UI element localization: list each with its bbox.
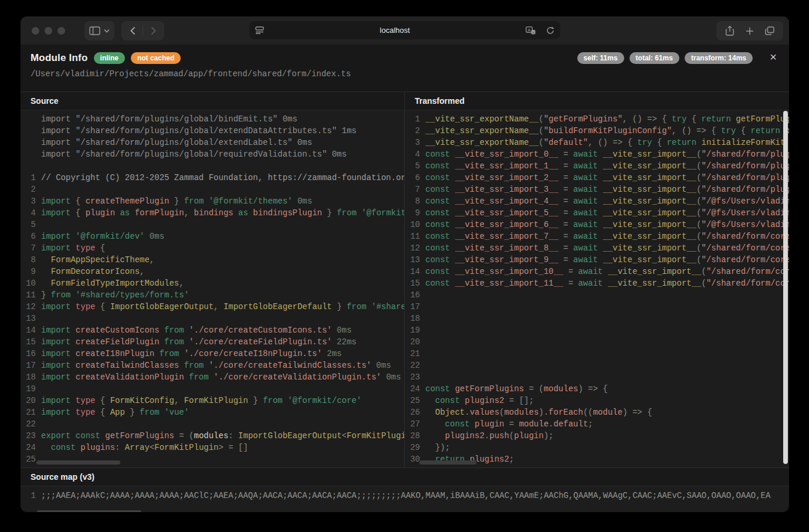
code-line: 19 — [405, 324, 789, 336]
code-line: 8 FormAppSpecificTheme, — [21, 254, 404, 266]
code-line: 22 — [405, 360, 789, 371]
line-number: 5 — [21, 219, 36, 231]
code-line: 8const __vite_ssr_import_4__ = await __v… — [405, 195, 789, 207]
code-line: 27 const plugin = module.default; — [405, 418, 789, 430]
line-number: 10 — [21, 277, 36, 289]
line-number — [21, 148, 36, 160]
address-bar[interactable]: localhost A x — [249, 21, 560, 39]
line-number: 11 — [21, 289, 36, 301]
code-line: 12const __vite_ssr_import_8__ = await __… — [405, 242, 789, 254]
line-number: 18 — [405, 313, 420, 324]
line-number: 3 — [405, 137, 420, 148]
transformed-pane-title: Transformed — [405, 92, 789, 110]
close-icon[interactable]: × — [766, 49, 781, 65]
code-line: 15import createFieldPlugin from './core/… — [21, 336, 404, 348]
line-number: 25 — [21, 453, 36, 465]
code-line: 4const __vite_ssr_import_0__ = await __v… — [405, 148, 789, 160]
code-line: 18 — [405, 313, 789, 324]
traffic-lights — [32, 27, 70, 35]
code-line: 3import { createThemePlugin } from '@for… — [21, 195, 404, 207]
line-number: 6 — [405, 172, 420, 184]
code-line: 1;;;AAEA;AAAkC;AAAA;AAAA;AAAA;AAClC;AAEA… — [21, 490, 789, 501]
back-icon[interactable] — [123, 21, 143, 40]
code-line: 20import type { FormKitConfig, FormKitPl… — [21, 395, 404, 406]
chevron-down-icon[interactable] — [104, 29, 110, 33]
line-number: 21 — [405, 348, 420, 360]
line-number: 5 — [405, 160, 420, 172]
code-line: 12import type { ImportGlobEagerOutput, I… — [21, 301, 404, 313]
translate-icon[interactable]: A x — [520, 26, 540, 35]
code-line: 14const __vite_ssr_import_10__ = await _… — [405, 266, 789, 277]
code-line: 10const __vite_ssr_import_6__ = await __… — [405, 219, 789, 231]
status-badge-not-cached: not cached — [131, 52, 181, 64]
code-line: 9const __vite_ssr_import_5__ = await __v… — [405, 207, 789, 219]
reload-icon[interactable] — [540, 26, 560, 35]
transformed-code: 1__vite_ssr_exportName__("getFormPlugins… — [405, 110, 789, 467]
code-line: 22 — [21, 418, 404, 430]
timing-badge-self: self: 11ms — [577, 52, 624, 64]
source-pane: Source import "/shared/form/plugins/glob… — [21, 92, 405, 467]
code-line — [21, 160, 404, 172]
transformed-vertical-scrollbar[interactable] — [783, 111, 788, 464]
code-line: 15const __vite_ssr_import_11__ = await _… — [405, 277, 789, 289]
line-number: 8 — [21, 254, 36, 266]
line-number — [21, 137, 36, 148]
code-line: 1// Copyright (C) 2012-2025 Zammad Found… — [21, 172, 404, 184]
code-line: 26 Object.values(modules).forEach((modul… — [405, 406, 789, 418]
source-horizontal-scrollbar[interactable] — [36, 460, 120, 465]
line-number: 25 — [405, 395, 420, 406]
line-number: 12 — [405, 242, 420, 254]
line-number — [21, 125, 36, 137]
source-code: import "/shared/form/plugins/global/bind… — [21, 110, 404, 467]
line-number: 20 — [405, 336, 420, 348]
line-number: 11 — [405, 231, 420, 242]
code-line: 25 const plugins2 = []; — [405, 395, 789, 406]
line-number: 20 — [21, 395, 36, 406]
transformed-horizontal-scrollbar[interactable] — [419, 460, 476, 465]
line-number: 4 — [405, 148, 420, 160]
code-line: 23export const getFormPlugins = (modules… — [21, 430, 404, 442]
reader-icon[interactable] — [249, 26, 269, 34]
code-line: import "/shared/form/plugins/global/exte… — [21, 125, 404, 137]
line-number — [21, 113, 36, 125]
browser-window: localhost A x — [21, 16, 789, 512]
line-number: 3 — [21, 195, 36, 207]
line-number: 17 — [21, 360, 36, 371]
screen: localhost A x — [0, 0, 809, 532]
line-number: 1 — [21, 490, 36, 501]
tab-overview-icon[interactable] — [760, 21, 780, 40]
status-badge-inline: inline — [94, 52, 125, 64]
window-minimize-button[interactable] — [45, 27, 52, 35]
code-line: 17import createTailwindClasses from './c… — [21, 360, 404, 371]
transformed-pane: Transformed 1__vite_ssr_exportName__("ge… — [405, 92, 789, 467]
window-zoom-button[interactable] — [57, 27, 65, 35]
share-icon[interactable] — [720, 21, 740, 40]
sidebar-icon[interactable] — [89, 26, 100, 35]
line-number: 15 — [21, 336, 36, 348]
line-number: 16 — [405, 289, 420, 301]
code-line: 3__vite_ssr_exportName__("default", () =… — [405, 137, 789, 148]
sourcemap-title: Source map (v3) — [21, 468, 789, 486]
forward-icon[interactable] — [143, 21, 163, 40]
timing-badge-total: total: 61ms — [629, 52, 679, 64]
line-number: 23 — [405, 371, 420, 383]
code-panes: Source import "/shared/form/plugins/glob… — [21, 92, 789, 467]
window-close-button[interactable] — [32, 27, 39, 35]
code-line: 5 — [21, 219, 404, 231]
line-number: 21 — [21, 406, 36, 418]
source-pane-title: Source — [21, 92, 404, 110]
line-number: 13 — [21, 313, 36, 324]
module-info-header: Module Info inline not cached self: 11ms… — [21, 45, 789, 92]
page-title: Module Info — [31, 52, 88, 64]
line-number: 22 — [21, 418, 36, 430]
code-line: import "/shared/form/plugins/global/exte… — [21, 137, 404, 148]
line-number: 2 — [405, 125, 420, 137]
code-line: 13 — [21, 313, 404, 324]
code-line: 6const __vite_ssr_import_2__ = await __v… — [405, 172, 789, 184]
code-line: 6import '@formkit/dev' 0ms — [21, 231, 404, 242]
code-line: 11} from '#shared/types/form.ts' — [21, 289, 404, 301]
new-tab-icon[interactable] — [740, 21, 760, 40]
code-line: 16 — [405, 289, 789, 301]
line-number: 18 — [21, 371, 36, 383]
sourcemap-horizontal-scrollbar[interactable] — [37, 510, 141, 512]
